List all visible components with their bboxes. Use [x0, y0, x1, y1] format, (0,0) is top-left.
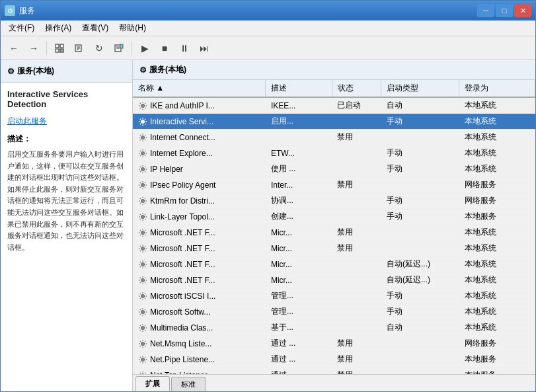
tab-extended[interactable]: 扩展: [135, 376, 170, 391]
sidebar-gear-icon: ⚙: [7, 67, 15, 76]
svg-rect-0: [56, 44, 59, 48]
table-row[interactable]: Link-Layer Topol...创建...手动本地服务: [133, 209, 535, 225]
edit-button[interactable]: [110, 40, 128, 57]
cell-startup: 自动: [381, 97, 459, 114]
table-row[interactable]: Internet Explore...ETW...手动本地系统: [133, 145, 535, 161]
maximize-button[interactable]: □: [496, 4, 513, 17]
cell-name: Microsoft .NET F...: [133, 272, 266, 288]
cell-name: Microsoft Softw...: [133, 304, 266, 320]
col-status[interactable]: 状态: [332, 80, 381, 97]
forward-button[interactable]: →: [24, 40, 43, 57]
svg-point-24: [141, 294, 144, 297]
table-row[interactable]: IKE and AuthIP I...IKEE...已启动自动本地系统: [133, 97, 535, 114]
col-login[interactable]: 登录为: [459, 80, 535, 97]
table-row[interactable]: IPsec Policy AgentInter...禁用网络服务: [133, 177, 535, 193]
stop-button[interactable]: ■: [155, 40, 174, 57]
svg-rect-2: [56, 49, 59, 52]
properties-button[interactable]: [70, 40, 89, 57]
cell-name: IPsec Policy Agent: [133, 177, 266, 193]
cell-status: 禁用: [332, 225, 381, 241]
row-gear-icon: [138, 117, 147, 126]
cell-name: Net.Tcp Listener...: [133, 368, 266, 375]
cell-name: KtmRm for Distri...: [133, 193, 266, 209]
row-gear-icon: [138, 323, 147, 333]
cell-desc: 协调...: [266, 193, 332, 209]
cell-login: 本地系统: [459, 130, 535, 145]
menu-action[interactable]: 操作(A): [40, 21, 77, 35]
table-row[interactable]: Microsoft .NET F...Micr...禁用本地系统: [133, 225, 535, 241]
cell-name: IP Helper: [133, 161, 266, 177]
cell-desc: 基于...: [266, 320, 332, 336]
panel-header-text: 服务(本地): [149, 64, 186, 75]
menu-view[interactable]: 查看(V): [77, 21, 114, 35]
panel-header: ⚙ 服务(本地): [133, 60, 535, 80]
table-row[interactable]: Interactive Servi...启用...手动本地系统: [133, 114, 535, 130]
row-gear-icon: [138, 180, 147, 190]
row-gear-icon: [138, 133, 147, 142]
svg-point-25: [141, 310, 144, 313]
table-row[interactable]: Microsoft .NET F...Micr...自动(延迟...)本地系统: [133, 272, 535, 288]
row-gear-icon: [138, 101, 147, 110]
minimize-button[interactable]: ─: [477, 4, 494, 17]
table-row[interactable]: KtmRm for Distri...协调...手动网络服务: [133, 193, 535, 209]
services-table-container[interactable]: 名称 ▲ 描述 状态 启动类型: [133, 80, 535, 374]
cell-startup: [381, 336, 459, 352]
cell-login: 本地系统: [459, 114, 535, 130]
cell-startup: [381, 177, 459, 193]
cell-name: Microsoft .NET F...: [133, 225, 266, 241]
table-row[interactable]: Internet Connect...禁用本地系统: [133, 130, 535, 145]
cell-status: [332, 114, 381, 130]
cell-startup: 手动: [381, 209, 459, 225]
table-header-row: 名称 ▲ 描述 状态 启动类型: [133, 80, 535, 97]
table-row[interactable]: Multimedia Clas...基于...自动本地系统: [133, 320, 535, 336]
menu-file[interactable]: 文件(F): [3, 21, 40, 35]
table-row[interactable]: Net.Msmq Liste...通过 ...禁用网络服务: [133, 336, 535, 352]
col-startup[interactable]: 启动类型: [381, 80, 459, 97]
show-hide-icon: [55, 44, 64, 53]
row-gear-icon: [138, 212, 147, 221]
cell-status: [332, 320, 381, 336]
svg-rect-1: [60, 44, 63, 48]
cell-status: 禁用: [332, 241, 381, 256]
table-row[interactable]: IP Helper使用 ...手动本地系统: [133, 161, 535, 177]
show-hide-button[interactable]: [50, 40, 69, 57]
tab-standard[interactable]: 标准: [171, 377, 206, 391]
start-service-link[interactable]: 启动此服务: [7, 116, 126, 127]
row-gear-icon: [138, 355, 147, 364]
cell-login: 本地系统: [459, 225, 535, 241]
sidebar-header-text: 服务(本地): [17, 65, 54, 77]
title-bar: ⚙ 服务 ─ □ ✕: [1, 1, 535, 20]
cell-startup: [381, 225, 459, 241]
cell-name: Net.Pipe Listene...: [133, 352, 266, 368]
table-row[interactable]: Microsoft Softw...管理...手动本地系统: [133, 304, 535, 320]
row-gear-icon: [138, 244, 147, 253]
table-row[interactable]: Microsoft iSCSI I...管理...手动本地系统: [133, 288, 535, 304]
menu-help[interactable]: 帮助(H): [114, 21, 151, 35]
cell-login: 网络服务: [459, 177, 535, 193]
col-name[interactable]: 名称 ▲: [133, 80, 266, 97]
cell-startup: 手动: [381, 145, 459, 161]
cell-startup: 自动(延迟...): [381, 272, 459, 288]
cell-status: 禁用: [332, 368, 381, 375]
table-row[interactable]: Microsoft .NET F...Micr...自动(延迟...)本地系统: [133, 256, 535, 272]
refresh-button[interactable]: ↻: [90, 40, 108, 57]
cell-desc: 管理...: [266, 304, 332, 320]
cell-desc: 管理...: [266, 288, 332, 304]
table-row[interactable]: Microsoft .NET F...Micr...禁用本地系统: [133, 241, 535, 256]
table-row[interactable]: Net.Pipe Listene...通过 ...禁用本地服务: [133, 352, 535, 368]
cell-login: 本地系统: [459, 161, 535, 177]
cell-name: IKE and AuthIP I...: [133, 97, 266, 114]
back-button[interactable]: ←: [5, 40, 23, 57]
close-button[interactable]: ✕: [514, 4, 531, 17]
cell-status: [332, 272, 381, 288]
resume-button[interactable]: ⏭: [195, 40, 213, 57]
cell-name: Microsoft .NET F...: [133, 256, 266, 272]
col-desc[interactable]: 描述: [266, 80, 332, 97]
table-row[interactable]: Net.Tcp Listener...通过 ...禁用本地服务: [133, 368, 535, 375]
cell-desc: 通过 ...: [266, 368, 332, 375]
play-button[interactable]: ▶: [135, 40, 154, 57]
svg-point-13: [141, 120, 144, 123]
right-panel: ⚙ 服务(本地) 名称 ▲ 描述 状态: [133, 60, 535, 391]
cell-startup: 手动: [381, 288, 459, 304]
pause-button[interactable]: ⏸: [175, 40, 194, 57]
